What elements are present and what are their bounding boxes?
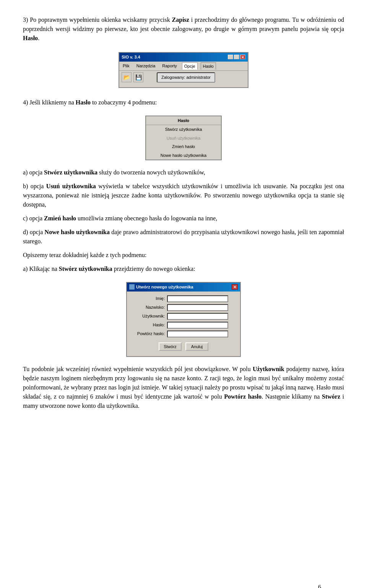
menu-plik[interactable]: Plik [121,62,132,70]
dialog-close-btn[interactable]: ✕ [232,284,238,290]
maximize-btn[interactable]: □ [234,55,239,59]
paragraph-opiszemy: Opiszemy teraz dokładniej każde z tych p… [23,251,344,260]
label-imie: Imię: [132,295,165,302]
input-powtorz-haslo[interactable] [167,331,228,337]
sio-menubar: Plik Narzędzia Raporty Opcje Hasło [119,62,248,71]
toolbar-btn-folder[interactable]: 📂 [122,72,132,82]
p2-start: 4) Jeśli klikniemy na [23,99,76,106]
menu-usun-uzytkownika[interactable]: Usuń użytkownika [146,134,221,143]
dropdown-screenshot-container: Hasło Stwórz użytkownika Usuń użytkownik… [23,112,344,165]
field-nazwisko: Nazwisko: [132,304,235,311]
p4-bold: Usuń użytkownika [46,183,96,189]
sio-bottom-padding [119,84,248,87]
p5-start: c) opcja [23,215,44,222]
p3-start: a) opcja [23,169,44,176]
p9-powtorz-haslo: Powtórz hasło [224,393,261,400]
sio-toolbar-row: 📂 💾 Zalogowany: administrator [119,71,248,84]
p2-rest: to zobaczymy 4 podmenu: [91,99,157,106]
label-powtorz-haslo: Powtórz hasło: [132,331,165,337]
p5-bold: Zmień hasło [44,215,76,222]
input-haslo[interactable] [167,322,228,329]
field-powtorz-haslo: Powtórz hasło: [132,331,235,337]
create-user-dialog: Utwórz nowego użytkownika ✕ Imię: Nazwis… [126,282,241,357]
paragraph-a-stworz: a) Klikając na Stwórz użytkownika przejd… [23,264,344,274]
sio-window: SIO v. 3.4 _ □ ✕ Plik Narzędzia Raporty … [119,52,248,88]
p9-uzytkownik: Użytkownik [253,366,284,372]
sio-title-text: SIO v. 3.4 [122,54,140,60]
dialog-body: Imię: Nazwisko: Użytkownik: Hasło: Powtó… [127,292,240,356]
p1-haslo: Hasło [23,35,38,41]
list-item-a: a) opcja Stwórz użytkownika służy do two… [23,168,344,177]
dialog-titlebar: Utwórz nowego użytkownika ✕ [127,283,240,292]
btn-anuluj[interactable]: Anuluj [185,342,208,351]
p4-start: b) opcja [23,183,46,189]
menu-nowe-haslo[interactable]: Nowe hasło użytkownika [146,151,221,160]
sio-screenshot-container: SIO v. 3.4 _ □ ✕ Plik Narzędzia Raporty … [23,47,344,93]
field-uzytkownik: Użytkownik: [132,313,235,320]
input-nazwisko[interactable] [167,304,228,311]
p9-text: Tu podobnie jak wcześniej również wypełn… [23,366,253,372]
logged-user-label: Zalogowany: administrator [157,72,215,83]
field-haslo: Hasło: [132,322,235,329]
menu-stworz-uzytkownika[interactable]: Stwórz użytkownika [146,125,221,134]
dialog-screenshot-container: Utwórz nowego użytkownika ✕ Imię: Nazwis… [23,278,344,361]
p6-start: d) opcja [23,229,45,235]
p3-rest: służy do tworzenia nowych użytkowników, [97,169,205,176]
btn-stworz[interactable]: Stwórz [159,342,182,351]
list-item-d: d) opcja Nowe hasło użytkownika daje pra… [23,228,344,246]
p7-text: Opiszemy teraz dokładniej każde z tych p… [23,252,146,258]
toolbar-btn-save[interactable]: 💾 [133,72,143,82]
sio-titlebar: SIO v. 3.4 _ □ ✕ [119,53,248,62]
label-uzytkownik: Użytkownik: [132,313,165,319]
dropdown-header: Hasło [146,116,221,125]
p1-zapisz: Zapisz [172,16,189,23]
input-uzytkownik[interactable] [167,313,228,320]
p2-haslo: Hasło [76,99,91,106]
p9-stworz: Stwórz [322,393,340,400]
menu-raporty[interactable]: Raporty [160,62,179,70]
p1-text: 3) Po poprawnym wypełnieniu okienka wcis… [23,16,172,23]
dialog-icon [129,284,135,290]
menu-haslo[interactable]: Hasło [201,62,216,70]
menu-narzedzia[interactable]: Narzędzia [135,62,158,70]
dialog-buttons: Stwórz Anuluj [132,339,235,352]
menu-opcje[interactable]: Opcje [182,62,198,70]
p9-rest2: . Następnie klikamy na [261,393,322,400]
paragraph-4-intro: 4) Jeśli klikniemy na Hasło to zobaczymy… [23,98,344,107]
p5-rest: umożliwia zmianę obecnego hasła do logow… [76,215,217,222]
paragraph-final: Tu podobnie jak wcześniej również wypełn… [23,365,344,410]
p6-bold: Nowe hasło użytkownika [45,229,110,235]
menu-zmien-haslo[interactable]: Zmień hasło [146,142,221,151]
minimize-btn[interactable]: _ [228,55,233,59]
p8-start: a) Klikając na [23,265,59,272]
close-btn[interactable]: ✕ [240,55,245,59]
list-item-b: b) opcja Usuń użytkownika wyświetla w ta… [23,182,344,209]
p3-bold: Stwórz użytkownika [44,169,97,176]
page-content: 3) Po poprawnym wypełnieniu okienka wcis… [23,15,344,588]
field-imie: Imię: [132,295,235,302]
page-number: 6 [318,583,321,588]
p8-rest: przejdziemy do nowego okienka: [112,265,195,272]
label-haslo: Hasło: [132,322,165,328]
p1-end: . [38,35,39,41]
dialog-title-area: Utwórz nowego użytkownika [129,284,193,290]
list-item-c: c) opcja Zmień hasło umożliwia zmianę ob… [23,214,344,223]
input-imie[interactable] [167,295,228,302]
p8-bold: Stwórz użytkownika [59,265,112,272]
dialog-title-text: Utwórz nowego użytkownika [136,284,193,290]
label-nazwisko: Nazwisko: [132,304,165,311]
paragraph-1: 3) Po poprawnym wypełnieniu okienka wcis… [23,15,344,43]
haslo-dropdown-menu: Hasło Stwórz użytkownika Usuń użytkownik… [145,116,222,161]
